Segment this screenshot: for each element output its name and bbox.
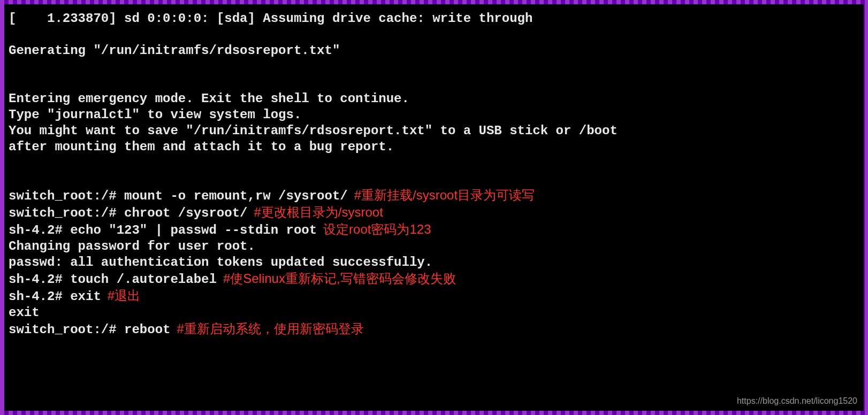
terminal-line (9, 27, 859, 43)
terminal-line: Type "journalctl" to view system logs. (9, 107, 859, 123)
terminal-row: switch_root:/# chroot /sysroot/ #更改根目录为/… (9, 204, 859, 221)
terminal-line: [ 1.233870] sd 0:0:0:0: [sda] Assuming d… (9, 11, 859, 27)
terminal-line-command: sh-4.2# exit (9, 289, 101, 305)
terminal-row: switch_root:/# mount -o remount,rw /sysr… (9, 187, 859, 204)
terminal-border: [ 1.233870] sd 0:0:0:0: [sda] Assuming d… (0, 0, 868, 415)
terminal-line: Entering emergency mode. Exit the shell … (9, 91, 859, 107)
terminal-line: Changing password for user root. (9, 239, 859, 255)
watermark-text: https://blog.csdn.net/licong1520 (737, 396, 857, 406)
annotation-chroot: #更改根目录为/sysroot (254, 204, 383, 220)
terminal-line-command: sh-4.2# echo "123" | passwd --stdin root (9, 222, 317, 239)
terminal-line: after mounting them and attach it to a b… (9, 139, 859, 155)
terminal-line (9, 155, 859, 171)
terminal-row: sh-4.2# exit #退出 (9, 288, 859, 305)
terminal-line (9, 59, 859, 75)
annotation-passwd: 设定root密码为123 (323, 221, 431, 237)
terminal-line (9, 171, 859, 187)
annotation-autorelabel: #使Selinux重新标记,写错密码会修改失败 (223, 271, 456, 287)
terminal-line-command: switch_root:/# reboot (9, 322, 170, 338)
terminal-line-command: switch_root:/# mount -o remount,rw /sysr… (9, 188, 348, 204)
terminal-line-command: switch_root:/# chroot /sysroot/ (9, 205, 247, 221)
annotation-exit: #退出 (108, 288, 140, 304)
terminal-line: passwd: all authentication tokens update… (9, 255, 859, 271)
annotation-reboot: #重新启动系统，使用新密码登录 (177, 321, 363, 337)
terminal-row: sh-4.2# echo "123" | passwd --stdin root… (9, 221, 859, 239)
terminal-line: Generating "/run/initramfs/rdsosreport.t… (9, 43, 859, 59)
terminal-row: switch_root:/# reboot #重新启动系统，使用新密码登录 (9, 321, 859, 338)
terminal-screen[interactable]: [ 1.233870] sd 0:0:0:0: [sda] Assuming d… (4, 4, 864, 411)
terminal-row: sh-4.2# touch /.autorelabel #使Selinux重新标… (9, 271, 859, 288)
annotation-remount: #重新挂载/sysroot目录为可读写 (354, 187, 535, 203)
terminal-line-command: sh-4.2# touch /.autorelabel (9, 272, 217, 288)
terminal-line (9, 75, 859, 91)
terminal-line: exit (9, 305, 859, 321)
terminal-line: You might want to save "/run/initramfs/r… (9, 123, 859, 139)
